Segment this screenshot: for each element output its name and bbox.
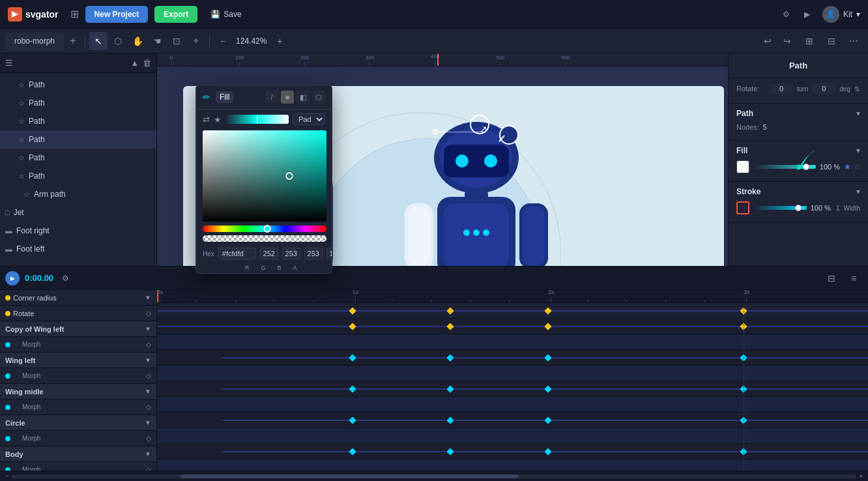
gradient-reverse-icon[interactable]: ⇄ bbox=[203, 115, 210, 124]
tl-collapse-icon[interactable]: ▼ bbox=[145, 450, 151, 458]
alpha-bar[interactable] bbox=[203, 235, 326, 242]
keyframe[interactable] bbox=[446, 323, 454, 330]
layers-menu-icon[interactable]: ☰ bbox=[5, 58, 13, 68]
tl-label-body[interactable]: Body ▼ bbox=[0, 446, 156, 462]
hand-tool[interactable]: ☚ bbox=[148, 32, 166, 50]
keyframe[interactable] bbox=[349, 448, 356, 455]
project-tab[interactable]: robo-morph bbox=[5, 33, 64, 50]
tl-collapse-icon[interactable]: ◇ bbox=[146, 403, 151, 411]
mask-tool[interactable]: ⌖ bbox=[187, 32, 205, 50]
keyframe[interactable] bbox=[349, 385, 356, 392]
keyframe[interactable] bbox=[544, 385, 551, 392]
timeline-settings-button[interactable]: ⚙ bbox=[59, 272, 72, 285]
fill-star-outline[interactable]: ☆ bbox=[853, 162, 860, 171]
zoom-plus-button[interactable]: + bbox=[270, 32, 289, 50]
stroke-opacity-slider[interactable] bbox=[753, 206, 807, 210]
hue-bar[interactable] bbox=[203, 226, 326, 232]
keyframe[interactable] bbox=[349, 323, 356, 330]
save-button[interactable]: 💾 Save bbox=[204, 6, 248, 23]
picker-gradient-selector[interactable] bbox=[225, 115, 289, 124]
picker-mode-slash[interactable]: / bbox=[265, 91, 278, 104]
export-button[interactable]: Export bbox=[154, 6, 197, 23]
picker-canvas[interactable] bbox=[203, 130, 326, 222]
stroke-section-collapse[interactable]: ▾ bbox=[856, 187, 860, 196]
stroke-color-swatch[interactable] bbox=[736, 201, 749, 214]
keyframe[interactable] bbox=[544, 416, 551, 424]
new-project-button[interactable]: New Project bbox=[85, 6, 149, 23]
timeline-snap-button[interactable]: ≡ bbox=[845, 269, 863, 287]
redo-button[interactable]: ↪ bbox=[778, 32, 796, 50]
delete-layer-icon[interactable]: 🗑 bbox=[143, 58, 151, 68]
layer-item[interactable]: ☆ Path bbox=[0, 76, 156, 94]
keyframe[interactable] bbox=[544, 448, 551, 455]
settings-icon[interactable]: ⚙ bbox=[781, 8, 792, 20]
tl-collapse-icon[interactable]: ◇ bbox=[146, 341, 151, 348]
keyframe[interactable] bbox=[446, 307, 454, 314]
transform-tool[interactable]: ⬡ bbox=[109, 32, 127, 50]
tl-collapse-icon[interactable]: ◇ bbox=[146, 466, 151, 471]
hex-input[interactable] bbox=[218, 248, 256, 259]
layer-item-selected[interactable]: ☆ Path bbox=[0, 130, 156, 149]
tl-label-circle[interactable]: Circle ▼ bbox=[0, 415, 156, 431]
scrollbar-track[interactable] bbox=[12, 474, 856, 478]
tl-label-copy-wing-left[interactable]: Copy of Wing left ▼ bbox=[0, 321, 156, 337]
timeline-playhead[interactable] bbox=[157, 290, 158, 302]
b-input[interactable] bbox=[304, 248, 323, 259]
tl-collapse-icon[interactable]: ▼ bbox=[145, 388, 151, 395]
scroll-left-button[interactable]: − bbox=[5, 473, 9, 480]
layer-item-arm-path[interactable]: ☆ Arm path bbox=[0, 185, 156, 203]
picker-pad-select[interactable]: Pad bbox=[293, 113, 325, 125]
a-input[interactable] bbox=[326, 248, 332, 259]
tl-label-morph-5[interactable]: Morph ◇ bbox=[0, 462, 156, 471]
keyframe[interactable] bbox=[446, 448, 454, 455]
crop-tool[interactable]: ⊡ bbox=[167, 32, 186, 50]
more-button[interactable]: ⋯ bbox=[845, 32, 863, 50]
fill-opacity-slider[interactable] bbox=[753, 165, 816, 169]
scrollbar-thumb[interactable] bbox=[181, 474, 519, 478]
tl-collapse-icon[interactable]: ◇ bbox=[146, 372, 151, 379]
tl-label-morph-1[interactable]: Morph ◇ bbox=[0, 337, 156, 353]
r-input[interactable] bbox=[260, 248, 278, 259]
play-icon[interactable]: ▶ bbox=[802, 8, 813, 20]
fill-star-filled[interactable]: ★ bbox=[844, 162, 851, 171]
select-tool[interactable]: ↖ bbox=[89, 32, 108, 50]
keyframe[interactable] bbox=[544, 307, 551, 314]
layer-item-foot-left[interactable]: ▬ Foot left bbox=[0, 240, 156, 258]
play-button[interactable]: ▶ bbox=[5, 271, 20, 285]
tl-collapse-icon[interactable]: ◇ bbox=[146, 435, 151, 442]
tl-label-morph-4[interactable]: Morph ◇ bbox=[0, 431, 156, 446]
add-tab-button[interactable]: + bbox=[65, 33, 81, 49]
tl-collapse-icon[interactable]: ◇ bbox=[146, 310, 151, 317]
grid-icon[interactable]: ⊞ bbox=[70, 8, 79, 20]
tl-label-morph-3[interactable]: Morph ◇ bbox=[0, 400, 156, 415]
keyframe[interactable] bbox=[544, 354, 551, 361]
keyframe[interactable] bbox=[349, 354, 356, 361]
picker-tab-fill[interactable]: Fill bbox=[216, 91, 233, 103]
collapse-all-icon[interactable]: ▲ bbox=[130, 58, 139, 68]
align-button[interactable]: ⊟ bbox=[822, 32, 841, 50]
pan-tool[interactable]: ✋ bbox=[128, 32, 147, 50]
keyframe[interactable] bbox=[544, 323, 551, 330]
picker-mode-solid[interactable]: ■ bbox=[281, 91, 294, 104]
timeline-mode-button[interactable]: ⊟ bbox=[822, 269, 841, 287]
layer-item[interactable]: ☆ Path bbox=[0, 167, 156, 185]
tl-collapse-icon[interactable]: ▼ bbox=[145, 294, 151, 301]
tl-label-corner-radius[interactable]: Corner radius ▼ bbox=[0, 290, 156, 306]
tl-collapse-icon[interactable]: ▼ bbox=[145, 419, 151, 426]
layer-item[interactable]: ☆ Path bbox=[0, 149, 156, 167]
tl-collapse-icon[interactable]: ▼ bbox=[145, 325, 151, 332]
path-section-collapse[interactable]: ▾ bbox=[856, 109, 860, 118]
tl-label-wing-left[interactable]: Wing left ▼ bbox=[0, 353, 156, 368]
picker-mode-gradient1[interactable]: ◧ bbox=[297, 91, 310, 104]
zoom-minus-button[interactable]: − bbox=[214, 32, 232, 50]
gradient-star-icon[interactable]: ★ bbox=[214, 115, 222, 124]
keyframe[interactable] bbox=[446, 354, 454, 361]
tl-label-rotate[interactable]: Rotate ◇ bbox=[0, 306, 156, 321]
fill-section-collapse[interactable]: ▾ bbox=[856, 146, 860, 155]
layer-item-jet[interactable]: □ Jet bbox=[0, 203, 156, 222]
tl-label-morph-2[interactable]: Morph ◇ bbox=[0, 368, 156, 384]
keyframe[interactable] bbox=[446, 416, 454, 424]
scroll-right-button[interactable]: + bbox=[859, 473, 863, 480]
layer-item[interactable]: ☆ Path bbox=[0, 94, 156, 112]
fill-color-swatch[interactable] bbox=[736, 160, 749, 173]
